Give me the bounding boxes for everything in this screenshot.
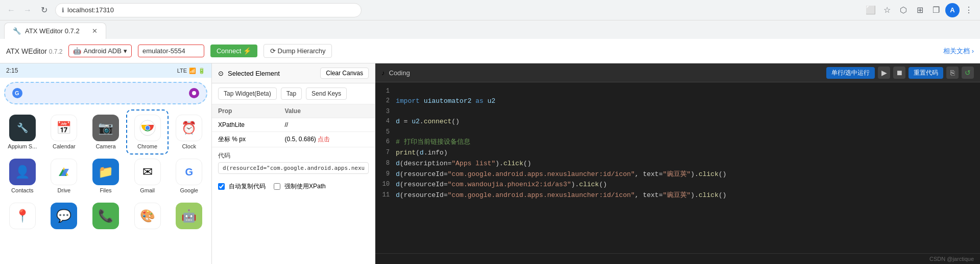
google-assistant-icon [188, 87, 200, 99]
panel-action-buttons: Tap Widget(Beta) Tap Send Keys [212, 83, 375, 104]
android-adb-dropdown[interactable]: 🤖 Android ADB ▾ [68, 45, 131, 57]
status-bar: 2:15 LTE 📶 🔋 [0, 63, 211, 78]
tab-search-icon[interactable]: ⊞ [913, 3, 927, 17]
send-keys-button[interactable]: Send Keys [306, 87, 347, 100]
connect-button[interactable]: Connect ⚡ [210, 45, 257, 57]
code-input[interactable] [218, 162, 369, 174]
tab-bar: 🔧 ATX WEditor 0.7.2 ✕ [0, 20, 980, 39]
device-input[interactable] [138, 45, 204, 57]
address-bar[interactable]: ℹ localhost:17310 [55, 3, 362, 17]
code-section: 代码 [212, 147, 375, 178]
battery-icon: 🔋 [198, 68, 205, 74]
app-item-android-bot[interactable]: 🤖 [169, 199, 209, 235]
music-icon: ♪ [381, 69, 385, 77]
active-tab[interactable]: 🔧 ATX WEditor 0.7.2 ✕ [4, 23, 106, 39]
code-line-2: 2 import uiautomator2 as u2 [375, 96, 980, 107]
code-line-10: 10 d(resourceId="com.wandoujia.phoenix2:… [375, 180, 980, 190]
phone-icon: 📞 [92, 203, 119, 229]
app-item-phone[interactable]: 📞 [85, 199, 126, 235]
chrome-icon [134, 115, 161, 141]
calendar-label: Calendar [53, 143, 76, 149]
app-item-drive[interactable]: Drive [44, 155, 85, 197]
app-item-calendar[interactable]: 📅 Calendar [44, 111, 85, 153]
table-row: XPathLite // [212, 118, 375, 132]
files-label: Files [100, 187, 111, 193]
profile-button[interactable]: A [945, 3, 960, 17]
camera-icon: 📷 [92, 115, 119, 141]
adb-type-label: Android ADB [83, 47, 121, 55]
properties-table: Prop Value XPathLite // 坐标 % px (0.5, 0.… [212, 104, 375, 147]
force-xpath-checkbox[interactable] [274, 183, 280, 190]
lock-icon: ℹ [62, 7, 64, 14]
appium-label: Appium S... [8, 143, 37, 149]
chrome-label: Chrome [137, 143, 157, 149]
app-item-appium[interactable]: 🔧 Appium S... [2, 111, 43, 153]
dropdown-chevron-icon: ▾ [124, 47, 127, 55]
code-line-5: 5 [375, 127, 980, 137]
coord-value: (0.5, 0.686) 点击 [278, 132, 375, 147]
code-line-6: 6 # 打印当前链接设备信息 [375, 137, 980, 148]
app-item-maps[interactable]: 📍 [2, 199, 43, 235]
reload-button[interactable]: ↻ [37, 3, 51, 17]
back-button[interactable]: ← [4, 3, 18, 17]
tap-widget-button[interactable]: Tap Widget(Beta) [218, 87, 277, 100]
app-item-messages[interactable]: 💬 [44, 199, 85, 235]
tap-button[interactable]: Tap [281, 87, 302, 100]
gmail-icon: ✉ [134, 159, 161, 185]
footer-attribution: CSDN @jarctique [929, 256, 974, 262]
docs-link[interactable]: 相关文档 › [943, 47, 974, 56]
dump-label: ⟳ Dump Hierarchy [270, 47, 326, 55]
code-editor[interactable]: 1 2 import uiautomator2 as u2 3 4 d = u2… [375, 82, 980, 253]
browser-right-icons: ⬜ ☆ ⬡ ⊞ ❐ A ⋮ [864, 3, 976, 17]
drive-icon [51, 159, 77, 185]
google-icon: G [176, 159, 202, 185]
xpath-value: // [278, 118, 375, 132]
refresh-code-button[interactable]: ↺ [962, 67, 974, 79]
clear-canvas-button[interactable]: Clear Canvas [320, 68, 369, 79]
menu-icon[interactable]: ⋮ [962, 3, 976, 17]
dump-hierarchy-button[interactable]: ⟳ Dump Hierarchy [264, 44, 332, 58]
stop-button[interactable]: ⏹ [893, 67, 905, 79]
extensions-icon[interactable]: ⬡ [896, 3, 911, 17]
window-icon[interactable]: ❐ [929, 3, 943, 17]
reset-code-button[interactable]: 重置代码 [909, 67, 943, 79]
app-item-google[interactable]: G Google [169, 155, 209, 197]
code-label: 代码 [218, 151, 369, 160]
phone-panel: 2:15 LTE 📶 🔋 G [0, 63, 212, 264]
app-item-camera[interactable]: 📷 Camera [85, 111, 126, 153]
run-selected-button[interactable]: 单行/选中运行 [826, 67, 875, 79]
app-item-chrome[interactable]: Chrome [127, 111, 168, 153]
app-grid: 🔧 Appium S... 📅 Calendar 📷 Camera [0, 108, 211, 237]
code-line-4: 4 d = u2.connect() [375, 117, 980, 127]
android-icon: 🤖 [73, 47, 81, 55]
messages-icon: 💬 [51, 203, 77, 229]
bookmark-icon[interactable]: ☆ [880, 3, 894, 17]
app-item-clock[interactable]: ⏰ Clock [169, 111, 209, 153]
svg-point-3 [192, 91, 196, 95]
time-display: 2:15 [6, 67, 18, 74]
code-footer: CSDN @jarctique [375, 253, 980, 264]
coord-prop-label: 坐标 % px [212, 132, 278, 147]
cast-icon[interactable]: ⬜ [864, 3, 878, 17]
forward-button[interactable]: → [20, 3, 35, 17]
element-panel-title: Selected Element [228, 70, 280, 77]
app-item-files[interactable]: 📁 Files [85, 155, 126, 197]
tab-title: ATX WEditor 0.7.2 [25, 27, 80, 35]
main-content: 2:15 LTE 📶 🔋 G [0, 63, 980, 264]
auto-copy-checkbox[interactable] [218, 183, 225, 190]
app-item-gmail[interactable]: ✉ Gmail [127, 155, 168, 197]
url-text: localhost:17310 [67, 6, 114, 14]
google-search-bar[interactable]: G [4, 82, 207, 104]
code-line-3: 3 [375, 107, 980, 117]
app-item-photos[interactable]: 🎨 [127, 199, 168, 235]
browser-chrome: ← → ↻ ℹ localhost:17310 ⬜ ☆ ⬡ ⊞ ❐ A ⋮ [0, 0, 980, 20]
copy-code-button[interactable]: ⎘ [946, 67, 959, 79]
google-label: Google [180, 187, 198, 193]
play-button[interactable]: ▶ [878, 67, 890, 79]
status-indicators: LTE 📶 🔋 [177, 68, 205, 74]
app-item-contacts[interactable]: 👤 Contacts [2, 155, 43, 197]
tab-close-icon[interactable]: ✕ [92, 27, 98, 35]
nav-buttons: ← → ↻ [4, 3, 51, 17]
contacts-label: Contacts [11, 187, 33, 193]
click-link[interactable]: 点击 [318, 136, 330, 143]
